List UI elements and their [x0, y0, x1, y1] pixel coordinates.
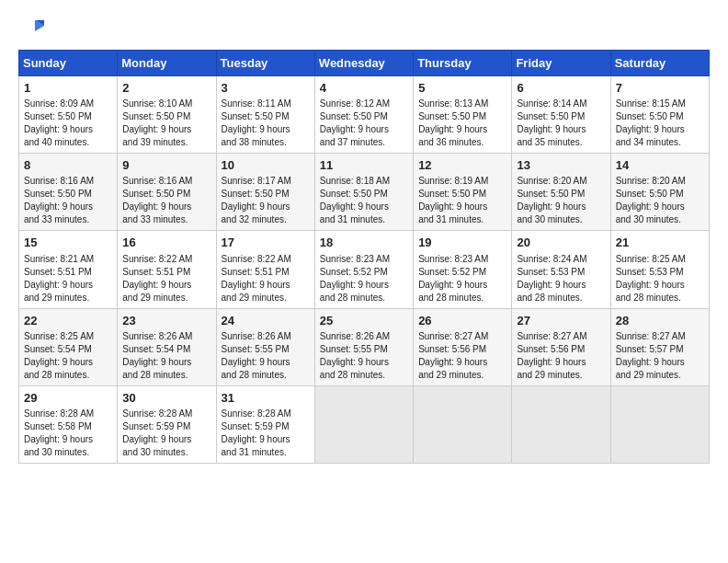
calendar-cell: 19Sunrise: 8:23 AMSunset: 5:52 PMDayligh… [414, 231, 512, 308]
day-number: 17 [222, 235, 310, 251]
day-number: 19 [418, 235, 506, 251]
calendar-week-row: 22Sunrise: 8:25 AMSunset: 5:54 PMDayligh… [19, 308, 710, 385]
calendar-cell: 13Sunrise: 8:20 AMSunset: 5:50 PMDayligh… [512, 154, 610, 231]
day-number: 25 [320, 313, 408, 329]
logo [18, 17, 48, 42]
calendar-cell: 10Sunrise: 8:17 AMSunset: 5:50 PMDayligh… [216, 154, 314, 231]
calendar-cell: 31Sunrise: 8:28 AMSunset: 5:59 PMDayligh… [216, 385, 314, 463]
calendar-cell: 22Sunrise: 8:25 AMSunset: 5:54 PMDayligh… [19, 308, 118, 385]
header-day-thursday: Thursday [414, 51, 512, 76]
day-content: Sunrise: 8:09 AMSunset: 5:50 PMDaylight:… [24, 98, 112, 149]
day-number: 22 [24, 313, 112, 329]
calendar-week-row: 15Sunrise: 8:21 AMSunset: 5:51 PMDayligh… [19, 231, 710, 308]
day-content: Sunrise: 8:13 AMSunset: 5:50 PMDaylight:… [418, 98, 506, 149]
calendar-cell: 5Sunrise: 8:13 AMSunset: 5:50 PMDaylight… [414, 76, 512, 154]
calendar-cell: 3Sunrise: 8:11 AMSunset: 5:50 PMDaylight… [216, 76, 314, 154]
day-number: 4 [320, 80, 408, 97]
day-content: Sunrise: 8:15 AMSunset: 5:50 PMDaylight:… [616, 98, 704, 149]
day-number: 2 [122, 80, 210, 97]
day-number: 7 [616, 80, 704, 97]
day-content: Sunrise: 8:25 AMSunset: 5:54 PMDaylight:… [24, 330, 112, 382]
day-content: Sunrise: 8:26 AMSunset: 5:55 PMDaylight:… [222, 330, 310, 382]
day-content: Sunrise: 8:16 AMSunset: 5:50 PMDaylight:… [24, 175, 112, 226]
calendar-cell: 25Sunrise: 8:26 AMSunset: 5:55 PMDayligh… [314, 308, 413, 385]
calendar-cell: 20Sunrise: 8:24 AMSunset: 5:53 PMDayligh… [512, 231, 610, 308]
day-content: Sunrise: 8:24 AMSunset: 5:53 PMDaylight:… [517, 253, 605, 304]
calendar-cell: 17Sunrise: 8:22 AMSunset: 5:51 PMDayligh… [216, 231, 314, 308]
calendar-cell [314, 385, 413, 463]
calendar-cell: 8Sunrise: 8:16 AMSunset: 5:50 PMDaylight… [19, 154, 118, 231]
day-number: 31 [222, 390, 310, 407]
day-number: 11 [320, 157, 408, 174]
day-number: 3 [222, 80, 310, 97]
day-content: Sunrise: 8:27 AMSunset: 5:56 PMDaylight:… [517, 330, 605, 382]
calendar-cell: 15Sunrise: 8:21 AMSunset: 5:51 PMDayligh… [19, 231, 118, 308]
day-content: Sunrise: 8:10 AMSunset: 5:50 PMDaylight:… [122, 98, 210, 149]
day-number: 23 [122, 313, 210, 329]
calendar-week-row: 8Sunrise: 8:16 AMSunset: 5:50 PMDaylight… [19, 154, 710, 231]
day-number: 13 [517, 157, 605, 174]
day-number: 14 [616, 157, 704, 174]
day-content: Sunrise: 8:25 AMSunset: 5:53 PMDaylight:… [616, 253, 704, 304]
calendar-cell: 6Sunrise: 8:14 AMSunset: 5:50 PMDaylight… [512, 76, 610, 154]
calendar-cell: 1Sunrise: 8:09 AMSunset: 5:50 PMDaylight… [19, 76, 118, 154]
calendar-cell: 2Sunrise: 8:10 AMSunset: 5:50 PMDaylight… [118, 76, 216, 154]
day-content: Sunrise: 8:17 AMSunset: 5:50 PMDaylight:… [222, 175, 310, 226]
day-number: 5 [418, 80, 506, 97]
calendar-cell: 9Sunrise: 8:16 AMSunset: 5:50 PMDaylight… [118, 154, 216, 231]
calendar-cell: 24Sunrise: 8:26 AMSunset: 5:55 PMDayligh… [216, 308, 314, 385]
day-content: Sunrise: 8:27 AMSunset: 5:56 PMDaylight:… [418, 330, 506, 382]
calendar-week-row: 1Sunrise: 8:09 AMSunset: 5:50 PMDaylight… [19, 76, 710, 154]
calendar-cell: 30Sunrise: 8:28 AMSunset: 5:59 PMDayligh… [118, 385, 216, 463]
calendar-cell: 16Sunrise: 8:22 AMSunset: 5:51 PMDayligh… [118, 231, 216, 308]
day-content: Sunrise: 8:27 AMSunset: 5:57 PMDaylight:… [616, 330, 704, 382]
header-day-tuesday: Tuesday [216, 51, 314, 76]
header-day-friday: Friday [512, 51, 610, 76]
day-content: Sunrise: 8:22 AMSunset: 5:51 PMDaylight:… [122, 253, 210, 304]
calendar-week-row: 29Sunrise: 8:28 AMSunset: 5:58 PMDayligh… [19, 385, 710, 463]
day-number: 1 [24, 80, 112, 97]
calendar-cell [414, 385, 512, 463]
day-number: 21 [616, 235, 704, 251]
day-content: Sunrise: 8:11 AMSunset: 5:50 PMDaylight:… [222, 98, 310, 149]
logo-icon [18, 17, 44, 42]
day-content: Sunrise: 8:19 AMSunset: 5:50 PMDaylight:… [418, 175, 506, 226]
calendar-cell: 7Sunrise: 8:15 AMSunset: 5:50 PMDaylight… [610, 76, 709, 154]
day-number: 30 [122, 390, 210, 407]
calendar-cell: 14Sunrise: 8:20 AMSunset: 5:50 PMDayligh… [610, 154, 709, 231]
day-content: Sunrise: 8:14 AMSunset: 5:50 PMDaylight:… [517, 98, 605, 149]
day-number: 15 [24, 235, 112, 251]
day-content: Sunrise: 8:23 AMSunset: 5:52 PMDaylight:… [418, 253, 506, 304]
day-content: Sunrise: 8:20 AMSunset: 5:50 PMDaylight:… [616, 175, 704, 226]
page: SundayMondayTuesdayWednesdayThursdayFrid… [0, 0, 728, 563]
calendar-table: SundayMondayTuesdayWednesdayThursdayFrid… [18, 50, 710, 464]
calendar-cell: 4Sunrise: 8:12 AMSunset: 5:50 PMDaylight… [314, 76, 413, 154]
day-number: 20 [517, 235, 605, 251]
day-number: 26 [418, 313, 506, 329]
day-number: 16 [122, 235, 210, 251]
day-number: 12 [418, 157, 506, 174]
day-number: 28 [616, 313, 704, 329]
header [18, 17, 710, 42]
calendar-cell: 29Sunrise: 8:28 AMSunset: 5:58 PMDayligh… [19, 385, 118, 463]
day-content: Sunrise: 8:28 AMSunset: 5:59 PMDaylight:… [222, 408, 310, 459]
day-number: 9 [122, 157, 210, 174]
calendar-cell: 27Sunrise: 8:27 AMSunset: 5:56 PMDayligh… [512, 308, 610, 385]
day-number: 6 [517, 80, 605, 97]
calendar-header-row: SundayMondayTuesdayWednesdayThursdayFrid… [19, 51, 710, 76]
calendar-cell: 18Sunrise: 8:23 AMSunset: 5:52 PMDayligh… [314, 231, 413, 308]
day-number: 18 [320, 235, 408, 251]
day-content: Sunrise: 8:23 AMSunset: 5:52 PMDaylight:… [320, 253, 408, 304]
day-content: Sunrise: 8:26 AMSunset: 5:54 PMDaylight:… [122, 330, 210, 382]
day-number: 27 [517, 313, 605, 329]
day-content: Sunrise: 8:22 AMSunset: 5:51 PMDaylight:… [222, 253, 310, 304]
day-content: Sunrise: 8:21 AMSunset: 5:51 PMDaylight:… [24, 253, 112, 304]
calendar-cell [610, 385, 709, 463]
day-content: Sunrise: 8:20 AMSunset: 5:50 PMDaylight:… [517, 175, 605, 226]
calendar-body: 1Sunrise: 8:09 AMSunset: 5:50 PMDaylight… [19, 76, 710, 464]
day-content: Sunrise: 8:28 AMSunset: 5:59 PMDaylight:… [122, 408, 210, 459]
day-content: Sunrise: 8:28 AMSunset: 5:58 PMDaylight:… [24, 408, 112, 459]
calendar-cell: 28Sunrise: 8:27 AMSunset: 5:57 PMDayligh… [610, 308, 709, 385]
day-content: Sunrise: 8:12 AMSunset: 5:50 PMDaylight:… [320, 98, 408, 149]
header-day-sunday: Sunday [19, 51, 118, 76]
